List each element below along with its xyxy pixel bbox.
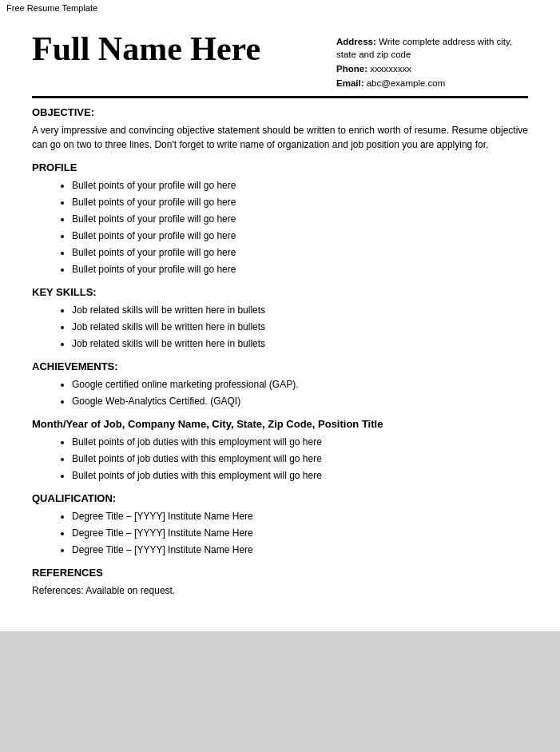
list-item: Degree Title – [YYYY] Institute Name Her… bbox=[72, 509, 528, 523]
profile-section: PROFILE Bullet points of your profile wi… bbox=[32, 161, 528, 277]
references-title: REFERENCES bbox=[32, 567, 528, 579]
list-item: Google certified online marketing profes… bbox=[72, 377, 528, 392]
list-item: Job related skills will be written here … bbox=[72, 320, 528, 334]
full-name: Full Name Here bbox=[32, 30, 260, 67]
profile-title: PROFILE bbox=[32, 161, 528, 173]
list-item: Bullet points of job duties with this em… bbox=[72, 468, 528, 483]
list-item: Degree Title – [YYYY] Institute Name Her… bbox=[72, 543, 528, 557]
employment-list: Bullet points of job duties with this em… bbox=[32, 435, 528, 483]
list-item: Bullet points of your profile will go he… bbox=[72, 195, 528, 209]
email-label: Email: bbox=[336, 78, 364, 88]
resume-container: Full Name Here Address: Write complete a… bbox=[0, 16, 560, 631]
email-line: Email: abc@example.com bbox=[336, 77, 528, 90]
watermark-bar: Free Resume Template bbox=[0, 0, 560, 16]
references-section: REFERENCES References: Available on requ… bbox=[32, 567, 528, 598]
header-section: Full Name Here Address: Write complete a… bbox=[32, 30, 528, 91]
phone-line: Phone: xxxxxxxxx bbox=[336, 62, 528, 75]
qualification-title: QUALIFICATION: bbox=[32, 492, 528, 504]
achievements-list: Google certified online marketing profes… bbox=[32, 377, 528, 408]
watermark-text: Free Resume Template bbox=[6, 3, 97, 13]
list-item: Bullet points of your profile will go he… bbox=[72, 262, 528, 277]
email-value: abc@example.com bbox=[367, 78, 446, 88]
list-item: Job related skills will be written here … bbox=[72, 303, 528, 317]
list-item: Bullet points of job duties with this em… bbox=[72, 435, 528, 449]
profile-list: Bullet points of your profile will go he… bbox=[32, 178, 528, 277]
list-item: Bullet points of your profile will go he… bbox=[72, 178, 528, 193]
list-item: Degree Title – [YYYY] Institute Name Her… bbox=[72, 526, 528, 540]
objective-title: OBJECTIVE: bbox=[32, 106, 528, 118]
list-item: Job related skills will be written here … bbox=[72, 336, 528, 351]
header-divider bbox=[32, 96, 528, 98]
key-skills-list: Job related skills will be written here … bbox=[32, 303, 528, 351]
list-item: Bullet points of job duties with this em… bbox=[72, 452, 528, 466]
key-skills-section: KEY SKILLS: Job related skills will be w… bbox=[32, 286, 528, 351]
phone-label: Phone: bbox=[336, 64, 367, 74]
references-text: References: Available on request. bbox=[32, 583, 528, 598]
resume-page: Free Resume Template Full Name Here Addr… bbox=[0, 0, 560, 631]
qualification-list: Degree Title – [YYYY] Institute Name Her… bbox=[32, 509, 528, 557]
phone-value: xxxxxxxxx bbox=[370, 64, 411, 74]
achievements-section: ACHIEVEMENTS: Google certified online ma… bbox=[32, 360, 528, 408]
list-item: Bullet points of your profile will go he… bbox=[72, 229, 528, 243]
qualification-section: QUALIFICATION: Degree Title – [YYYY] Ins… bbox=[32, 492, 528, 557]
list-item: Bullet points of your profile will go he… bbox=[72, 245, 528, 260]
list-item: Google Web-Analytics Certified. (GAQI) bbox=[72, 394, 528, 408]
objective-section: OBJECTIVE: A very impressive and convinc… bbox=[32, 106, 528, 152]
contact-info: Address: Write complete address with cit… bbox=[336, 30, 528, 91]
key-skills-title: KEY SKILLS: bbox=[32, 286, 528, 298]
address-line: Address: Write complete address with cit… bbox=[336, 35, 528, 61]
address-label: Address: bbox=[336, 37, 376, 46]
employment-section: Month/Year of Job, Company Name, City, S… bbox=[32, 418, 528, 483]
list-item: Bullet points of your profile will go he… bbox=[72, 212, 528, 226]
employment-title: Month/Year of Job, Company Name, City, S… bbox=[32, 418, 528, 430]
objective-text: A very impressive and convincing objecti… bbox=[32, 123, 528, 152]
achievements-title: ACHIEVEMENTS: bbox=[32, 360, 528, 372]
